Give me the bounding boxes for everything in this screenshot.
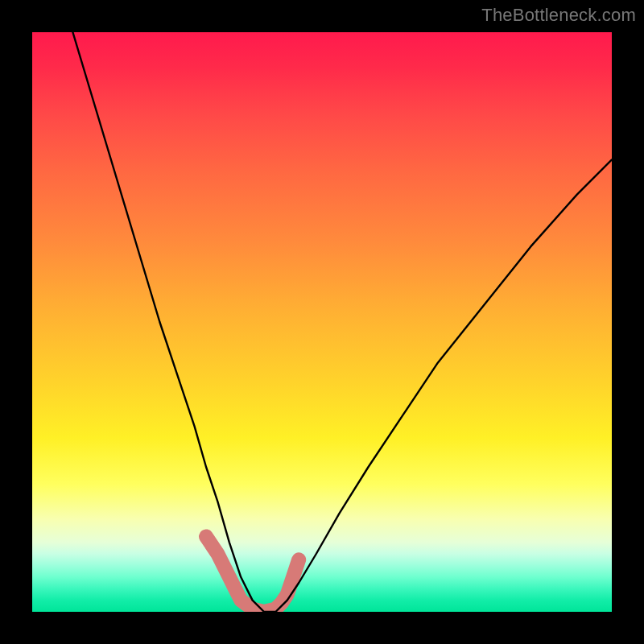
bottleneck-curve-path bbox=[72, 32, 612, 612]
curves-layer bbox=[32, 32, 612, 612]
plot-area bbox=[32, 32, 612, 612]
chart-frame: TheBottleneck.com bbox=[0, 0, 644, 644]
watermark-text: TheBottleneck.com bbox=[481, 5, 636, 26]
